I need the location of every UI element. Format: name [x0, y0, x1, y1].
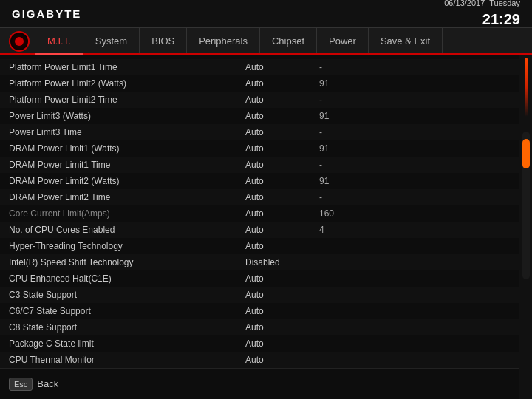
back-label: Back [37, 378, 58, 389]
setting-value: Auto [245, 241, 319, 251]
setting-value: Auto [245, 62, 319, 72]
setting-name: Power Limit3 Time [9, 127, 245, 137]
setting-name: C3 State Support [9, 290, 245, 300]
setting-value: Disabled [245, 257, 319, 267]
settings-list: Platform Power Limit1 TimeAuto-Platform … [0, 55, 519, 368]
setting-row[interactable]: Power Limit3 (Watts)Auto91 [0, 108, 519, 124]
setting-row[interactable]: Platform Power Limit1 TimeAuto- [0, 59, 519, 75]
scrollbar-thumb[interactable] [522, 139, 530, 168]
right-decoration [519, 55, 532, 399]
setting-row[interactable]: Core Current Limit(Amps)Auto160 [0, 205, 519, 222]
logo: GIGABYTE [12, 7, 81, 20]
setting-name: Package C State limit [9, 338, 245, 349]
tab-save-exit[interactable]: Save & Exit [369, 28, 443, 53]
setting-row[interactable]: Power Limit3 TimeAuto- [0, 124, 519, 140]
setting-value: Auto [245, 306, 319, 316]
setting-value: Auto [245, 143, 319, 154]
tab-mit[interactable]: M.I.T. [35, 28, 83, 55]
setting-row[interactable]: Hyper-Threading TechnologyAuto [0, 238, 519, 254]
setting-name: CPU Enhanced Halt(C1E) [9, 273, 245, 284]
setting-name: Power Limit3 (Watts) [9, 111, 245, 121]
setting-row[interactable]: Platform Power Limit2 (Watts)Auto91 [0, 75, 519, 92]
setting-row[interactable]: Intel(R) Speed Shift TechnologyDisabled [0, 254, 519, 270]
time: 21:29 [444, 9, 520, 30]
setting-value: Auto [245, 192, 319, 202]
setting-name: C8 State Support [9, 322, 245, 332]
tab-power[interactable]: Power [317, 28, 369, 53]
setting-extra: - [319, 192, 322, 202]
setting-row[interactable]: No. of CPU Cores EnabledAuto4 [0, 222, 519, 238]
date-day: 06/13/2017 Tuesday [444, 0, 520, 9]
date: 06/13/2017 [444, 0, 485, 7]
settings-panel: Platform Power Limit1 TimeAuto-Platform … [0, 55, 519, 399]
nav-bar: M.I.T. System BIOS Peripherals Chipset P… [0, 28, 532, 55]
setting-row[interactable]: DRAM Power Limit1 (Watts)Auto91 [0, 140, 519, 157]
setting-value: Auto [245, 273, 319, 284]
setting-row[interactable]: DRAM Power Limit1 TimeAuto- [0, 157, 519, 173]
top-bar: GIGABYTE 06/13/2017 Tuesday 21:29 [0, 0, 532, 28]
esc-key[interactable]: Esc [9, 378, 33, 391]
tab-system[interactable]: System [83, 28, 140, 53]
setting-name: DRAM Power Limit1 Time [9, 160, 245, 170]
nav-logo [6, 28, 33, 55]
setting-row[interactable]: Platform Power Limit2 TimeAuto- [0, 92, 519, 108]
setting-row[interactable]: CPU Enhanced Halt(C1E)Auto [0, 270, 519, 287]
setting-name: DRAM Power Limit2 (Watts) [9, 176, 245, 186]
setting-extra: 4 [319, 225, 324, 235]
setting-value: Auto [245, 176, 319, 186]
setting-name: CPU Thermal Monitor [9, 355, 245, 365]
right-bar-deco [525, 58, 528, 117]
setting-value: Auto [245, 127, 319, 137]
setting-value: Auto [245, 338, 319, 349]
setting-name: Core Current Limit(Amps) [9, 208, 245, 219]
bottom-bar: Esc Back [0, 368, 519, 399]
nav-logo-inner [15, 37, 24, 46]
setting-value: Auto [245, 290, 319, 300]
setting-name: DRAM Power Limit1 (Watts) [9, 143, 245, 154]
setting-extra: - [319, 160, 322, 170]
setting-extra: 91 [319, 111, 329, 121]
setting-value: Auto [245, 208, 319, 219]
main-area: Platform Power Limit1 TimeAuto-Platform … [0, 55, 532, 399]
setting-extra: 160 [319, 208, 334, 219]
datetime: 06/13/2017 Tuesday 21:29 [444, 0, 520, 30]
setting-name: Intel(R) Speed Shift Technology [9, 257, 245, 267]
setting-row[interactable]: Package C State limitAuto [0, 335, 519, 352]
setting-value: Auto [245, 225, 319, 235]
setting-name: Platform Power Limit2 Time [9, 95, 245, 105]
setting-value: Auto [245, 160, 319, 170]
setting-value: Auto [245, 355, 319, 365]
setting-row[interactable]: C6/C7 State SupportAuto [0, 303, 519, 319]
setting-name: Hyper-Threading Technology [9, 241, 245, 251]
setting-extra: 91 [319, 176, 329, 186]
setting-row[interactable]: DRAM Power Limit2 (Watts)Auto91 [0, 173, 519, 189]
setting-value: Auto [245, 111, 319, 121]
tab-peripherals[interactable]: Peripherals [187, 28, 260, 53]
tab-bios[interactable]: BIOS [140, 28, 187, 53]
setting-value: Auto [245, 78, 319, 89]
setting-extra: 91 [319, 78, 329, 89]
setting-name: No. of CPU Cores Enabled [9, 225, 245, 235]
setting-extra: - [319, 95, 322, 105]
setting-value: Auto [245, 322, 319, 332]
scrollbar-track[interactable] [522, 132, 530, 279]
day: Tuesday [489, 0, 520, 7]
setting-name: Platform Power Limit1 Time [9, 62, 245, 72]
setting-value: Auto [245, 95, 319, 105]
setting-name: DRAM Power Limit2 Time [9, 192, 245, 202]
setting-row[interactable]: C8 State SupportAuto [0, 319, 519, 335]
setting-row[interactable]: C3 State SupportAuto [0, 287, 519, 303]
setting-row[interactable]: CPU Thermal MonitorAuto [0, 352, 519, 368]
setting-extra: - [319, 62, 322, 72]
setting-name: C6/C7 State Support [9, 306, 245, 316]
setting-extra: 91 [319, 143, 329, 154]
tab-chipset[interactable]: Chipset [260, 28, 317, 53]
setting-name: Platform Power Limit2 (Watts) [9, 78, 245, 89]
nav-logo-circle [9, 31, 30, 52]
setting-row[interactable]: DRAM Power Limit2 TimeAuto- [0, 189, 519, 205]
setting-extra: - [319, 127, 322, 137]
